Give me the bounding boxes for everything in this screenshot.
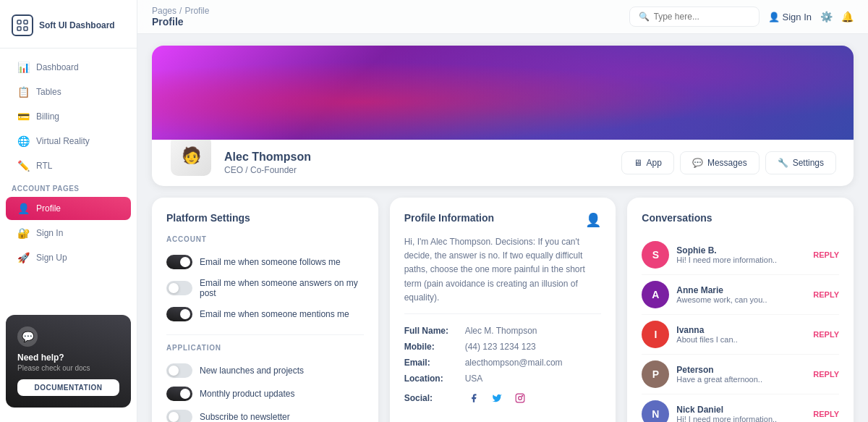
profile-name: Alec Thompson bbox=[224, 151, 311, 164]
setting-launches: New launches and projects bbox=[166, 359, 364, 382]
tab-app[interactable]: 🖥 App bbox=[621, 151, 674, 174]
conversation-item: S Sophie B. Hi! I need more information.… bbox=[642, 235, 839, 275]
toggle-follows[interactable] bbox=[166, 255, 192, 269]
sidebar-item-label: Sign Up bbox=[36, 253, 67, 263]
search-input[interactable] bbox=[654, 12, 750, 22]
fullname-label: Full Name: bbox=[404, 326, 462, 336]
sidebar-item-sign-in[interactable]: 🔐 Sign In bbox=[6, 221, 131, 245]
sidebar-item-tables[interactable]: 📋 Tables bbox=[6, 80, 131, 104]
setting-mentions: Email me when someone mentions me bbox=[166, 303, 364, 326]
conv-name: Nick Daniel bbox=[676, 405, 806, 415]
conv-info-peterson: Peterson Have a great afternoon.. bbox=[676, 365, 806, 384]
reply-button[interactable]: REPLY bbox=[813, 290, 839, 299]
info-row-social: Social: bbox=[404, 389, 602, 407]
vr-icon: 🌐 bbox=[17, 135, 29, 147]
twitter-icon[interactable] bbox=[488, 389, 506, 407]
sidebar-item-label: Billing bbox=[36, 111, 59, 122]
toggle-thumb bbox=[180, 257, 190, 267]
settings-divider bbox=[166, 334, 364, 335]
social-label: Social: bbox=[404, 393, 462, 403]
sidebar-item-label: RTL bbox=[36, 161, 52, 171]
toggle-launches[interactable] bbox=[166, 363, 192, 378]
conv-name: Anne Marie bbox=[676, 285, 806, 295]
sidebar-item-label: Profile bbox=[36, 203, 61, 214]
toggle-answers[interactable] bbox=[166, 281, 192, 295]
search-icon: 🔍 bbox=[639, 12, 650, 22]
sidebar-item-virtual-reality[interactable]: 🌐 Virtual Reality bbox=[6, 130, 131, 153]
notification-icon[interactable]: 🔔 bbox=[841, 11, 854, 22]
tab-messages-label: Messages bbox=[707, 158, 747, 168]
help-icon: 💬 bbox=[17, 326, 38, 347]
toggle-updates[interactable] bbox=[166, 387, 192, 401]
tables-icon: 📋 bbox=[17, 86, 29, 98]
search-box[interactable]: 🔍 bbox=[629, 7, 760, 27]
conversation-item: I Ivanna About files I can.. REPLY bbox=[642, 315, 839, 355]
settings-icon[interactable]: ⚙️ bbox=[820, 11, 833, 22]
sidebar-item-label: Dashboard bbox=[36, 62, 79, 72]
toggle-mentions[interactable] bbox=[166, 307, 192, 321]
sign-up-icon: 🚀 bbox=[17, 252, 29, 263]
profile-banner bbox=[152, 46, 854, 140]
dashboard-icon: 📊 bbox=[17, 62, 29, 73]
svg-rect-3 bbox=[24, 27, 27, 30]
avatar-placeholder: 🧑 bbox=[171, 135, 211, 176]
instagram-icon[interactable] bbox=[511, 389, 529, 407]
conversation-item: A Anne Marie Awesome work, can you.. REP… bbox=[642, 275, 839, 315]
cards-grid: Platform Settings ACCOUNT Email me when … bbox=[152, 198, 854, 422]
profile-icon: 👤 bbox=[17, 203, 29, 214]
svg-rect-0 bbox=[17, 20, 21, 24]
fullname-value: Alec M. Thompson bbox=[465, 326, 537, 336]
setting-updates: Monthly product updates bbox=[166, 382, 364, 405]
setting-newsletter: Subscribe to newsletter bbox=[166, 405, 364, 422]
conv-info-nick: Nick Daniel Hi! I need more information.… bbox=[676, 405, 806, 422]
sidebar-item-sign-up[interactable]: 🚀 Sign Up bbox=[6, 246, 131, 269]
app-tab-icon: 🖥 bbox=[634, 158, 642, 168]
info-row-fullname: Full Name: Alec M. Thompson bbox=[404, 326, 602, 336]
conv-avatar-anne: A bbox=[642, 281, 669, 308]
page-content: 🧑 Alec Thompson CEO / Co-Founder 🖥 App 💬… bbox=[137, 34, 868, 422]
conv-avatar-sophie: S bbox=[642, 241, 669, 269]
profile-info-title: Profile Information bbox=[404, 212, 602, 224]
reply-button[interactable]: REPLY bbox=[813, 250, 839, 259]
conv-info-anne: Anne Marie Awesome work, can you.. bbox=[676, 285, 806, 304]
info-row-mobile: Mobile: (44) 123 1234 123 bbox=[404, 342, 602, 352]
reply-button[interactable]: REPLY bbox=[813, 410, 839, 418]
help-title: Need help? bbox=[17, 353, 119, 363]
conversation-item: N Nick Daniel Hi! I need more informatio… bbox=[642, 394, 839, 422]
sidebar-item-billing[interactable]: 💳 Billing bbox=[6, 105, 131, 128]
setting-launches-label: New launches and projects bbox=[200, 366, 304, 376]
application-label: APPLICATION bbox=[166, 344, 364, 352]
sidebar-item-label: Sign In bbox=[36, 228, 63, 238]
tab-settings[interactable]: 🔧 Settings bbox=[765, 151, 836, 174]
toggle-newsletter[interactable] bbox=[166, 410, 192, 422]
profile-text: Alec Thompson CEO / Co-Founder bbox=[224, 151, 311, 175]
conversations-card: Conversations S Sophie B. Hi! I need mor… bbox=[627, 198, 854, 422]
setting-answers-label: Email me when someone answers on my post bbox=[200, 278, 364, 298]
conv-msg: Hi! I need more information.. bbox=[676, 256, 806, 264]
facebook-icon[interactable] bbox=[465, 389, 482, 407]
sidebar-item-dashboard[interactable]: 📊 Dashboard bbox=[6, 56, 131, 79]
avatar: 🧑 bbox=[169, 134, 213, 177]
tab-messages[interactable]: 💬 Messages bbox=[680, 151, 760, 174]
email-value: alecthompson@mail.com bbox=[465, 358, 563, 368]
conv-name: Ivanna bbox=[676, 325, 806, 335]
sign-in-link[interactable]: 👤 Sign In bbox=[768, 12, 812, 22]
conversations-title: Conversations bbox=[642, 212, 839, 224]
sidebar-item-rtl[interactable]: ✏️ RTL bbox=[6, 154, 131, 177]
help-box: 💬 Need help? Please check our docs DOCUM… bbox=[6, 315, 131, 408]
setting-newsletter-label: Subscribe to newsletter bbox=[200, 412, 290, 422]
reply-button[interactable]: REPLY bbox=[813, 330, 839, 339]
conv-info-sophie: Sophie B. Hi! I need more information.. bbox=[676, 245, 806, 264]
documentation-button[interactable]: DOCUMENTATION bbox=[17, 379, 119, 396]
toggle-thumb bbox=[169, 366, 179, 376]
tab-app-label: App bbox=[647, 158, 662, 168]
sidebar-item-profile[interactable]: 👤 Profile bbox=[6, 197, 131, 220]
billing-icon: 💳 bbox=[17, 111, 29, 122]
user-icon: 👤 bbox=[768, 12, 780, 22]
social-icons bbox=[465, 389, 529, 407]
reply-button[interactable]: REPLY bbox=[813, 370, 839, 379]
profile-edit-icon[interactable]: 👤 bbox=[585, 212, 601, 228]
conv-msg: Have a great afternoon.. bbox=[676, 375, 806, 384]
messages-tab-icon: 💬 bbox=[692, 158, 703, 168]
sign-in-label: Sign In bbox=[783, 12, 812, 22]
